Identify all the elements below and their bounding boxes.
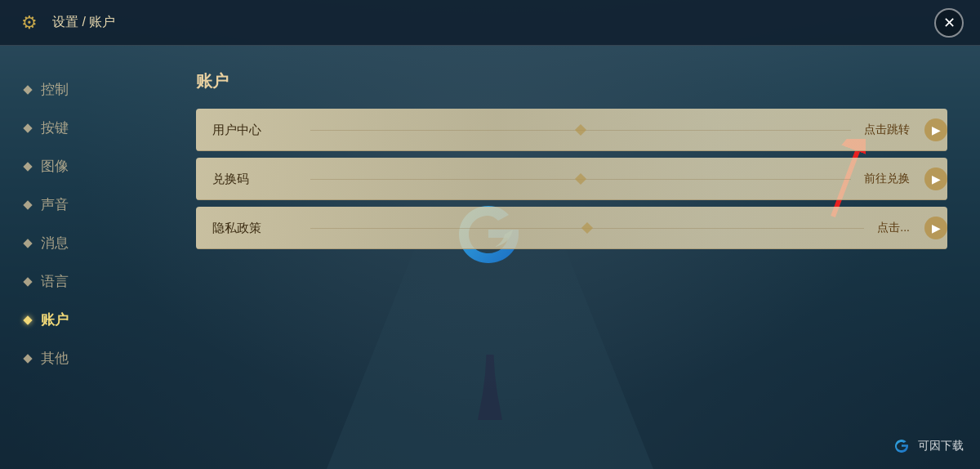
diamond-icon <box>23 239 32 248</box>
sidebar-label-control: 控制 <box>41 80 69 99</box>
diamond-icon <box>23 200 32 209</box>
sidebar-label-other: 其他 <box>41 349 69 368</box>
sidebar-label-language: 语言 <box>41 272 69 291</box>
row-arrow-button-privacy-policy[interactable]: ▶ <box>924 217 947 239</box>
diamond-icon-active <box>23 315 32 324</box>
sidebar-item-message[interactable]: 消息 <box>24 224 180 262</box>
row-action-privacy-policy: 点击... <box>864 221 916 235</box>
sidebar-item-control[interactable]: 控制 <box>24 70 180 109</box>
sidebar-item-other[interactable]: 其他 <box>24 339 180 377</box>
sidebar-item-account[interactable]: 账户 <box>24 301 180 339</box>
diamond-icon <box>23 354 32 363</box>
row-divider <box>310 224 864 232</box>
sidebar-item-image[interactable]: 图像 <box>24 147 180 185</box>
sidebar-item-language[interactable]: 语言 <box>24 262 180 301</box>
row-divider <box>310 175 851 183</box>
diamond-icon <box>23 85 32 94</box>
section-title: 账户 <box>196 70 947 92</box>
main-content: 账户 用户中心 点击跳转 ▶ 兑换码 前往兑换 ▶ 隐私政策 点击... <box>180 46 980 469</box>
sidebar-label-message: 消息 <box>41 234 69 252</box>
row-label-user-center: 用户中心 <box>196 123 310 138</box>
sidebar-label-image: 图像 <box>41 157 69 176</box>
close-button[interactable]: ✕ <box>934 8 964 38</box>
row-label-privacy-policy: 隐私政策 <box>196 221 310 236</box>
diamond-icon <box>23 162 32 171</box>
row-action-redeem-code: 前往兑换 <box>851 172 916 186</box>
content-area: 控制 按键 图像 声音 消息 语言 账户 其他 <box>0 46 980 469</box>
sidebar-label-sound: 声音 <box>41 195 69 214</box>
diamond-icon <box>23 123 32 132</box>
row-divider <box>310 126 851 134</box>
watermark-logo-icon <box>892 436 911 456</box>
diamond-divider-icon <box>575 124 586 136</box>
row-user-center[interactable]: 用户中心 点击跳转 ▶ <box>196 109 947 151</box>
row-action-user-center: 点击跳转 <box>851 123 916 137</box>
diamond-divider-icon <box>581 222 593 234</box>
gear-icon: ⚙ <box>16 10 42 36</box>
diamond-icon <box>23 277 32 286</box>
sidebar-item-sound[interactable]: 声音 <box>24 185 180 224</box>
sidebar-item-keys[interactable]: 按键 <box>24 109 180 147</box>
diamond-divider-icon <box>575 173 586 185</box>
row-redeem-code[interactable]: 兑换码 前往兑换 ▶ <box>196 158 947 200</box>
sidebar-label-keys: 按键 <box>41 118 69 137</box>
row-arrow-button-redeem-code[interactable]: ▶ <box>924 168 947 190</box>
watermark-label: 可因下载 <box>918 439 964 453</box>
sidebar: 控制 按键 图像 声音 消息 语言 账户 其他 <box>0 46 180 469</box>
sidebar-label-account: 账户 <box>41 310 69 329</box>
breadcrumb: 设置 / 账户 <box>52 14 115 31</box>
row-arrow-button-user-center[interactable]: ▶ <box>924 118 947 141</box>
row-privacy-policy[interactable]: 隐私政策 点击... ▶ <box>196 207 947 249</box>
watermark: 可因下载 <box>892 436 964 456</box>
row-label-redeem-code: 兑换码 <box>196 172 310 187</box>
header: ⚙ 设置 / 账户 ✕ <box>0 0 980 46</box>
